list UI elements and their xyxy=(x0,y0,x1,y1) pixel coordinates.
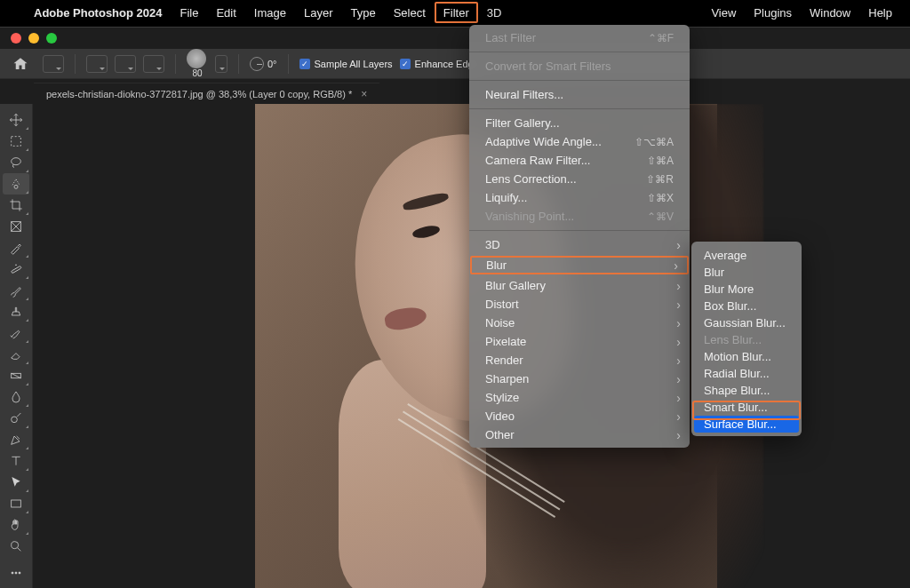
blur-radial[interactable]: Radial Blur... xyxy=(691,365,802,382)
angle-dial-icon[interactable] xyxy=(250,57,264,71)
rectangle-tool[interactable] xyxy=(3,493,29,514)
blur-shape[interactable]: Shape Blur... xyxy=(691,382,802,399)
brush-settings-button[interactable] xyxy=(115,55,136,73)
enhance-edge-checkbox[interactable]: Enhance Edge xyxy=(400,59,479,69)
blur-lens: Lens Blur... xyxy=(691,331,802,348)
close-tab-icon[interactable]: × xyxy=(361,88,367,100)
menu-filter[interactable]: Filter xyxy=(435,2,478,23)
menu-help[interactable]: Help xyxy=(859,0,901,25)
app-name[interactable]: Adobe Photoshop 2024 xyxy=(25,6,171,20)
marquee-tool[interactable] xyxy=(3,131,29,152)
menu-sharpen-submenu[interactable]: Sharpen xyxy=(469,369,690,388)
menu-item-label: Liquify... xyxy=(485,191,527,204)
svg-rect-6 xyxy=(11,266,21,273)
home-icon[interactable] xyxy=(12,56,28,72)
menu-edit[interactable]: Edit xyxy=(207,0,244,25)
separator xyxy=(469,80,690,81)
close-window-button[interactable] xyxy=(11,33,21,44)
move-tool[interactable] xyxy=(3,109,29,131)
svg-point-1 xyxy=(12,158,21,165)
menu-item-label: Last Filter xyxy=(485,31,536,44)
menu-select[interactable]: Select xyxy=(385,0,435,25)
menu-render-submenu[interactable]: Render xyxy=(469,351,690,369)
tool-preset-picker[interactable] xyxy=(43,55,64,73)
quick-selection-tool[interactable] xyxy=(3,173,29,195)
blur-surface[interactable]: Surface Blur... xyxy=(694,416,799,433)
blur-average[interactable]: Average xyxy=(691,247,802,264)
tool-options-bar: 80 0° Sample All Layers Enhance Edge xyxy=(0,49,910,79)
minimize-window-button[interactable] xyxy=(28,33,39,44)
shortcut: ⌃⌘F xyxy=(648,32,674,44)
menu-blur-gallery-submenu[interactable]: Blur Gallery xyxy=(469,276,690,295)
path-selection-tool[interactable] xyxy=(3,472,29,493)
menu-neural-filters[interactable]: Neural Filters... xyxy=(469,85,690,104)
eyedropper-tool[interactable] xyxy=(3,237,29,258)
separator xyxy=(469,108,690,109)
more-tools[interactable] xyxy=(3,562,29,584)
blur-blur-more[interactable]: Blur More xyxy=(691,281,802,298)
menu-noise-submenu[interactable]: Noise xyxy=(469,314,690,332)
sample-all-label: Sample All Layers xyxy=(315,59,393,69)
svg-point-8 xyxy=(12,417,18,423)
blur-tool[interactable] xyxy=(3,386,29,408)
divider xyxy=(288,54,289,74)
menu-camera-raw-filter[interactable]: Camera Raw Filter... ⇧⌘A xyxy=(469,151,690,170)
eraser-tool[interactable] xyxy=(3,344,29,365)
history-brush-tool[interactable] xyxy=(3,322,29,344)
menu-item-label: Video xyxy=(485,409,515,423)
menu-3d[interactable]: 3D xyxy=(478,0,511,25)
menu-other-submenu[interactable]: Other xyxy=(469,425,690,444)
hand-tool[interactable] xyxy=(3,514,29,536)
menu-pixelate-submenu[interactable]: Pixelate xyxy=(469,332,690,351)
menu-distort-submenu[interactable]: Distort xyxy=(469,295,690,314)
brush-alt-button[interactable] xyxy=(143,55,164,73)
menu-stylize-submenu[interactable]: Stylize xyxy=(469,388,690,407)
divider xyxy=(75,54,76,74)
menu-item-label: Blur Gallery xyxy=(485,279,546,292)
menu-type[interactable]: Type xyxy=(342,0,385,25)
blur-gaussian[interactable]: Gaussian Blur... xyxy=(691,314,802,331)
menu-lens-correction[interactable]: Lens Correction... ⇧⌘R xyxy=(469,170,690,188)
brush-tool[interactable] xyxy=(3,280,29,301)
healing-brush-tool[interactable] xyxy=(3,258,29,280)
menu-video-submenu[interactable]: Video xyxy=(469,407,690,425)
blur-smart[interactable]: Smart Blur... xyxy=(691,399,802,416)
zoom-window-button[interactable] xyxy=(46,33,57,44)
brush-angle-control[interactable]: 0° xyxy=(250,57,277,71)
brush-preset-picker[interactable] xyxy=(86,55,108,73)
menu-plugins[interactable]: Plugins xyxy=(745,0,801,25)
menu-blur-submenu[interactable]: Blur xyxy=(470,256,689,274)
menu-adaptive-wide-angle[interactable]: Adaptive Wide Angle... ⇧⌥⌘A xyxy=(469,132,690,151)
menu-file[interactable]: File xyxy=(171,0,207,25)
menu-item-label: Stylize xyxy=(485,391,519,404)
menu-filter-gallery[interactable]: Filter Gallery... xyxy=(469,114,690,132)
gradient-tool[interactable] xyxy=(3,365,29,386)
separator xyxy=(469,230,690,231)
blur-box[interactable]: Box Blur... xyxy=(691,298,802,314)
dodge-tool[interactable] xyxy=(3,408,29,429)
frame-tool[interactable] xyxy=(3,216,29,237)
sample-all-layers-checkbox[interactable]: Sample All Layers xyxy=(299,59,393,69)
lasso-tool[interactable] xyxy=(3,152,29,173)
document-tab[interactable]: pexels-christian-diokno-3772817.jpg @ 38… xyxy=(34,83,379,104)
menu-layer[interactable]: Layer xyxy=(295,0,342,25)
menu-item-label: Smart Blur... xyxy=(704,401,768,414)
zoom-tool[interactable] xyxy=(3,536,29,557)
menu-window[interactable]: Window xyxy=(801,0,859,25)
blur-motion[interactable]: Motion Blur... xyxy=(691,348,802,365)
menu-view[interactable]: View xyxy=(702,0,745,25)
menu-3d-submenu[interactable]: 3D xyxy=(469,235,690,254)
pen-tool[interactable] xyxy=(3,429,29,450)
menu-image[interactable]: Image xyxy=(245,0,295,25)
type-tool[interactable] xyxy=(3,450,29,472)
checkbox-checked-icon[interactable] xyxy=(400,59,411,69)
menu-item-label: Box Blur... xyxy=(704,299,756,313)
svg-rect-0 xyxy=(12,137,21,147)
brush-preview-icon[interactable] xyxy=(187,49,206,68)
menu-liquify[interactable]: Liquify... ⇧⌘X xyxy=(469,188,690,207)
checkbox-checked-icon[interactable] xyxy=(299,59,310,69)
blur-blur[interactable]: Blur xyxy=(691,264,802,281)
clone-stamp-tool[interactable] xyxy=(3,301,29,322)
brush-dropdown[interactable] xyxy=(215,55,228,73)
crop-tool[interactable] xyxy=(3,195,29,216)
